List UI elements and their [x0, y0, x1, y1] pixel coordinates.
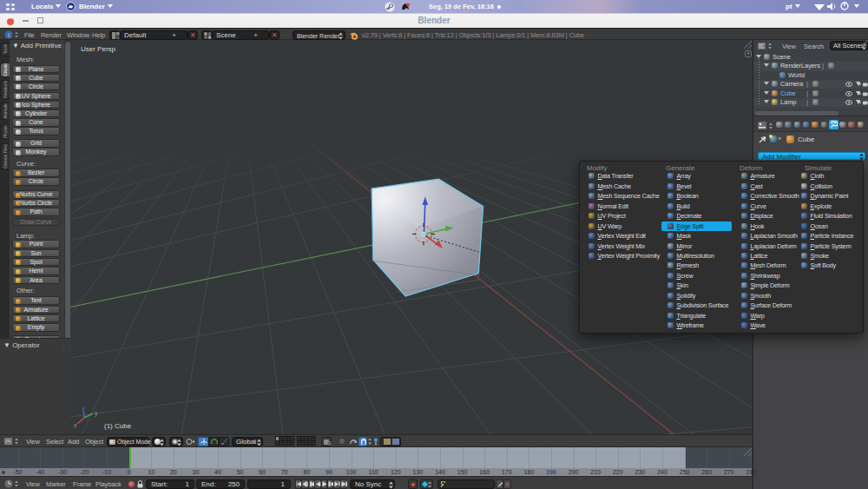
svg-text:y: y	[95, 410, 98, 417]
svg-text:x: x	[74, 422, 77, 428]
